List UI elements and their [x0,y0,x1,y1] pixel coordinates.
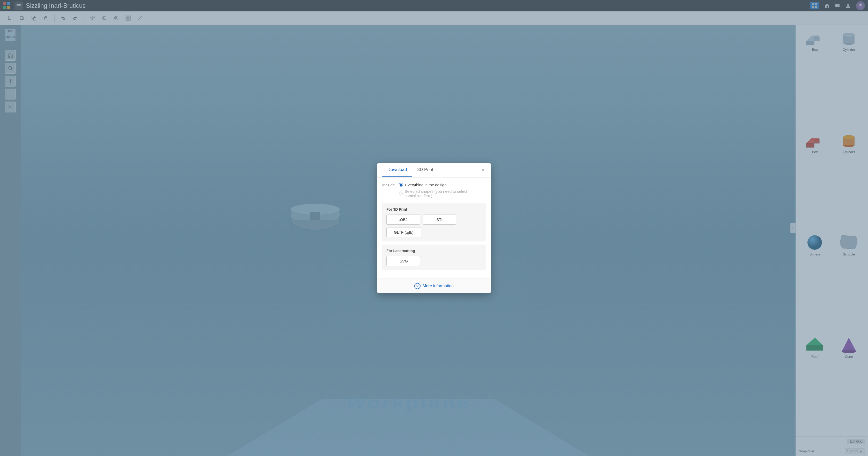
for-3dprint-title: For 3D Print [386,207,482,211]
for-lasercutting-section: For Lasercutting .SVG [382,245,486,270]
radio-everything[interactable] [399,183,403,187]
include-header: Include Everything in the design. Select… [382,183,486,198]
more-info-icon: ? [414,283,421,289]
for-3dprint-section: For 3D Print .OBJ .STL GLTF (.glb) [382,203,486,241]
modal-header: Download 3D Print × [377,163,491,177]
tab-3dprint[interactable]: 3D Print [412,163,438,177]
include-label: Include [382,183,395,187]
more-information-label: More information [423,284,454,288]
format-buttons-lasercutting: .SVG [386,256,482,266]
label-selected: Selected shapes (you need to select some… [405,189,486,198]
btn-gltf[interactable]: GLTF (.glb) [386,227,421,237]
modal-body: Include Everything in the design. Select… [377,177,491,279]
btn-obj[interactable]: .OBJ [386,215,420,225]
include-section: Include Everything in the design. Select… [382,183,486,198]
modal-tabs: Download 3D Print [382,163,438,177]
modal-footer: ? More information [377,279,491,293]
include-row-everything: Everything in the design. [399,183,486,187]
tab-download[interactable]: Download [382,163,412,177]
modal-overlay[interactable]: Download 3D Print × Include Everything i… [0,0,868,456]
modal-close-button[interactable]: × [480,166,486,174]
more-information-button[interactable]: ? More information [414,283,454,289]
btn-stl[interactable]: .STL [423,215,456,225]
label-everything: Everything in the design. [405,183,447,187]
btn-svg[interactable]: .SVG [386,256,420,266]
download-modal: Download 3D Print × Include Everything i… [377,163,491,293]
for-lasercutting-title: For Lasercutting [386,249,482,253]
include-options: Everything in the design. Selected shape… [399,183,486,198]
include-row-selected: Selected shapes (you need to select some… [399,189,486,198]
format-buttons-3dprint: .OBJ .STL GLTF (.glb) [386,215,482,237]
radio-selected[interactable] [399,192,402,196]
